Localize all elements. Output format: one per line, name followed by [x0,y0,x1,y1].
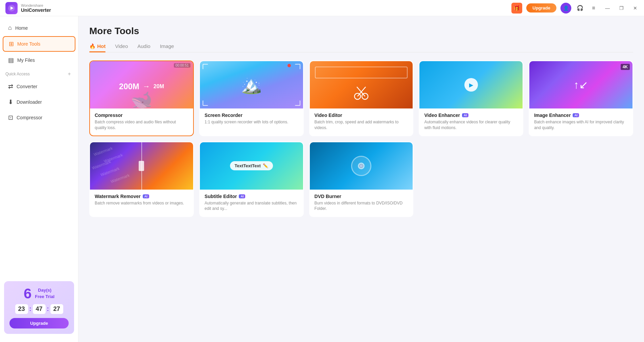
app-logo [5,2,18,14]
company-name: Wondershare [21,3,51,7]
user-avatar[interactable]: 👤 [560,3,571,14]
sidebar-label-more-tools: More Tools [17,41,40,47]
tool-card-video-editor[interactable]: Video Editor Batch trim, crop, speed and… [309,60,414,136]
sidebar-item-my-files[interactable]: ▤ My Files [3,53,75,67]
upgrade-button[interactable]: Upgrade [526,3,556,13]
subtitle-bubble: TextTextText ✏️ [230,161,273,170]
tool-grid-row2: Watermark Watermark Watermark Watermark … [89,142,633,217]
tool-card-watermark-remover[interactable]: Watermark Watermark Watermark Watermark … [89,142,194,217]
close-button[interactable]: ✕ [630,4,640,12]
tool-desc-subtitle-editor: Automatically generate and translate sub… [205,200,298,212]
compressor-time-label: 00:00:51 [174,63,190,68]
tool-name-dvd-burner: DVD Burner [315,194,408,199]
trial-box: 6 Day(s) Free Trial 23 : 47 : 27 Upgrade [4,281,74,334]
dvd-center [358,163,365,169]
countdown-colon-2: : [47,306,49,313]
gift-button[interactable]: 🎁 [511,3,522,14]
menu-icon[interactable]: ≡ [589,3,598,13]
restore-button[interactable]: ❐ [617,4,626,12]
tool-thumb-dvd-burner [310,142,413,190]
titlebar: Wondershare UniConverter 🎁 Upgrade 👤 🎧 ≡… [0,0,644,16]
tool-name-subtitle-editor: Subtitle Editor AI [205,194,298,199]
tool-info-dvd-burner: DVD Burner Burn videos in different form… [310,190,413,217]
tool-info-video-editor: Video Editor Batch trim, crop, speed and… [310,108,413,136]
tool-card-subtitle-editor[interactable]: TextTextText ✏️ Subtitle Editor AI Autom… [199,142,304,217]
trial-days-section: 6 Day(s) Free Trial [9,287,69,301]
tool-thumb-subtitle-editor: TextTextText ✏️ [200,142,303,190]
tool-thumb-video-editor [310,61,413,108]
tab-audio[interactable]: Audio [137,43,150,52]
watermark-text-4: Watermark [100,166,120,177]
trial-days-number: 6 [24,287,31,301]
tool-info-compressor: Compressor Batch compress video and audi… [90,108,193,136]
quick-access-section: Quick Access + [0,68,78,79]
ai-badge-watermark: AI [143,194,149,198]
whale-icon: 🐋 [131,90,153,108]
sidebar-label-converter: Converter [17,84,37,89]
my-files-icon: ▤ [8,56,14,64]
quick-access-label: Quick Access [5,72,30,76]
svg-point-7 [361,165,362,167]
subtitle-text: TextTextText [235,163,261,168]
quick-access-add-button[interactable]: + [66,71,73,77]
tool-card-image-enhancer[interactable]: 4K ↑↙ Image Enhancer AI Batch enhance im… [529,60,633,136]
editor-filmstrip [315,67,408,78]
tool-thumb-compressor: 00:00:51 200M → 20M 🐋 [90,61,193,108]
tool-card-video-enhancer[interactable]: ▶ Video Enhancer AI Automatically enhanc… [419,60,523,136]
tool-card-compressor[interactable]: 00:00:51 200M → 20M 🐋 Compressor Batch c… [89,60,194,136]
sidebar-label-downloader: Downloader [17,99,42,105]
minimize-button[interactable]: — [602,4,613,12]
compressor-icon: ⊡ [8,114,13,121]
sidebar-item-home[interactable]: ⌂ Home [3,21,75,35]
tab-hot[interactable]: 🔥 Hot [89,43,106,52]
sidebar-item-more-tools[interactable]: ⊞ More Tools [3,36,75,52]
tool-desc-compressor: Batch compress video and audio files wit… [95,119,188,131]
tool-name-image-enhancer: Image Enhancer AI [534,113,628,118]
countdown-seconds: 27 [50,304,63,314]
4k-badge: 4K [621,64,630,70]
tool-thumb-screen-recorder: 🏔️ [200,61,303,108]
sidebar-item-converter[interactable]: ⇄ Converter [3,79,75,94]
tab-image-label: Image [160,43,174,49]
tool-desc-image-enhancer: Batch enhance images with AI for improve… [534,119,628,131]
tool-info-watermark-remover: Watermark Remover AI Batch remove waterm… [90,190,193,211]
tool-thumb-watermark-remover: Watermark Watermark Watermark Watermark … [90,142,193,190]
dvd-disc-icon [351,156,371,176]
arrows-icon: ↑↙ [574,78,588,91]
ai-badge-video-enhancer: AI [462,113,468,117]
svg-line-5 [357,87,365,96]
tool-info-video-enhancer: Video Enhancer AI Automatically enhance … [419,108,523,136]
sidebar-label-home: Home [15,25,28,31]
rec-dot [288,64,291,67]
converter-icon: ⇄ [8,83,13,90]
countdown-minutes: 47 [33,304,46,314]
tabs-bar: 🔥 Hot Video Audio Image [89,43,633,52]
tab-image[interactable]: Image [160,43,174,52]
tool-card-screen-recorder[interactable]: 🏔️ Screen Recorder 1:1 quality screen re… [199,60,304,136]
page-title: More Tools [89,26,633,36]
sidebar: ⌂ Home ⊞ More Tools ▤ My Files Quick Acc… [0,16,78,342]
tool-desc-video-editor: Batch trim, crop, speed and add watermar… [315,119,408,131]
countdown-hours: 23 [15,304,28,314]
app-body: ⌂ Home ⊞ More Tools ▤ My Files Quick Acc… [0,16,644,342]
sidebar-label-my-files: My Files [17,57,35,63]
rec-corner-tl [203,64,208,69]
tool-name-screen-recorder: Screen Recorder [205,113,298,118]
sidebar-item-compressor[interactable]: ⊡ Compressor [3,111,75,125]
tool-card-dvd-burner[interactable]: DVD Burner Burn videos in different form… [309,142,414,217]
pencil-icon: ✏️ [263,163,268,168]
tool-info-screen-recorder: Screen Recorder 1:1 quality screen recor… [200,108,303,130]
tab-video[interactable]: Video [115,43,128,52]
rec-corner-br [295,100,300,106]
tab-hot-label: Hot [97,43,106,49]
compressor-size-from: 200M [119,82,139,91]
svg-line-4 [358,87,366,96]
watermark-handle [139,161,144,171]
headset-icon[interactable]: 🎧 [575,3,585,13]
tool-name-compressor: Compressor [95,113,188,118]
trial-upgrade-button[interactable]: Upgrade [9,318,69,328]
play-button-icon: ▶ [464,78,478,92]
sidebar-item-downloader[interactable]: ⬇ Downloader [3,95,75,109]
compressor-arrow: → [143,82,150,91]
tab-audio-label: Audio [137,43,150,49]
